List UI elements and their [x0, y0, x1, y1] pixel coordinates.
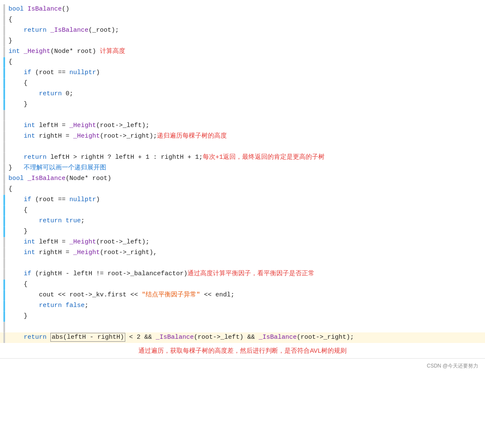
line-content: } 不理解可以画一个递归展开图	[8, 163, 482, 173]
code-token-nm: (root->_right);	[297, 334, 354, 341]
code-token-nm	[8, 122, 24, 129]
line-content: int rightH = _Height(root->_right),	[8, 248, 482, 258]
code-line: {	[0, 15, 485, 25]
line-content	[8, 322, 482, 332]
code-token-nm: (root->_right),	[100, 249, 157, 256]
code-token-nm: ;	[85, 302, 88, 309]
code-line: if (root == nullptr)	[0, 68, 485, 78]
code-token-kw: return	[24, 27, 47, 34]
line-indicator	[3, 57, 5, 68]
code-token-nm: (root ==	[31, 69, 69, 76]
code-container: bool IsBalance(){ return _IsBalance(_roo…	[0, 0, 485, 378]
code-token-nm	[8, 249, 24, 256]
code-token-nm	[8, 154, 24, 161]
code-line: int rightH = _Height(root->_right),	[0, 248, 485, 258]
line-indicator	[3, 237, 5, 248]
code-token-nm: << endl;	[200, 291, 234, 299]
line-content: }	[8, 100, 482, 110]
line-indicator	[3, 15, 5, 25]
code-token-nm: }	[8, 101, 28, 108]
code-token-nm	[8, 334, 24, 341]
code-line	[0, 142, 485, 152]
code-token-kw: return	[24, 334, 47, 341]
code-token-nm	[8, 270, 24, 277]
code-token-cmr: 每次+1返回，最终返回的肯定是更高的子树	[203, 154, 325, 161]
code-token-nm	[24, 175, 28, 182]
code-line: return false;	[0, 301, 485, 311]
code-token-cmb: 不理解可以画一个递归展开图	[24, 164, 106, 171]
line-content	[8, 110, 482, 120]
line-indicator	[3, 121, 5, 131]
code-line	[0, 110, 485, 121]
code-token-nm: leftH =	[35, 122, 69, 129]
bottom-comment: 通过遍历，获取每棵子树的高度差，然后进行判断，是否符合AVL树的规则	[0, 343, 485, 358]
code-token-nm: rightH =	[35, 133, 73, 140]
line-content: if (root == nullptr)	[8, 68, 482, 78]
code-line: cout << root->_kv.first << "结点平衡因子异常" <<…	[0, 290, 485, 301]
code-token-nm	[47, 334, 50, 341]
line-indicator	[3, 4, 5, 15]
code-token-nm: {	[8, 58, 12, 66]
code-line: }	[0, 227, 485, 237]
code-token-nm: (root->_left);	[96, 122, 149, 129]
code-line: return _IsBalance(_root);	[0, 25, 485, 36]
code-line: return leftH > rightH ? leftH + 1 : righ…	[0, 152, 485, 163]
line-content: {	[8, 78, 482, 88]
line-content: if (rightH - leftH != root->_balancefact…	[8, 269, 482, 279]
line-content: if (root == nullptr)	[8, 195, 482, 205]
line-content: {	[8, 279, 482, 290]
code-token-nm: {	[8, 16, 12, 23]
code-token-nm: leftH =	[35, 238, 69, 246]
code-line: int _Height(Node* root) 计算高度	[0, 47, 485, 57]
line-content: {	[8, 57, 482, 67]
line-content	[8, 258, 482, 268]
footer-bar: CSDN @今天还要努力	[0, 358, 485, 373]
code-token-fn: _IsBalance	[156, 334, 194, 341]
code-token-nm: (Node* root)	[66, 175, 111, 182]
line-indicator	[3, 36, 5, 47]
code-token-nm	[8, 27, 24, 34]
line-content: {	[8, 184, 482, 194]
line-indicator	[3, 322, 5, 332]
line-indicator	[3, 311, 5, 322]
code-token-nm	[47, 27, 50, 34]
code-token-nm: (root->_left);	[96, 238, 149, 246]
code-line: return 0;	[0, 89, 485, 100]
code-token-kw: return	[39, 302, 62, 309]
code-token-fn: _Height	[69, 238, 96, 246]
line-content: bool IsBalance()	[8, 4, 482, 14]
code-line: }	[0, 311, 485, 322]
code-token-kw: int	[24, 249, 35, 256]
line-content: return 0;	[8, 89, 482, 99]
line-indicator	[3, 47, 5, 57]
line-indicator	[3, 279, 5, 290]
code-token-nm: }	[8, 37, 12, 44]
code-token-nm	[8, 69, 24, 76]
line-content: int _Height(Node* root) 计算高度	[8, 47, 482, 57]
line-content: }	[8, 36, 482, 46]
code-token-fn: _IsBalance	[28, 175, 66, 182]
highlighted-code: abs(leftH - rightH)	[50, 333, 125, 342]
line-indicator	[3, 68, 5, 78]
line-content: return false;	[8, 301, 482, 311]
code-token-fn: _Height	[73, 249, 100, 256]
line-content: return true;	[8, 216, 482, 226]
line-indicator	[3, 290, 5, 301]
line-indicator	[3, 248, 5, 258]
code-token-nm: }	[8, 312, 28, 320]
line-indicator	[3, 25, 5, 36]
line-indicator	[3, 163, 5, 174]
line-content	[8, 142, 482, 152]
code-line: int leftH = _Height(root->_left);	[0, 121, 485, 131]
code-token-nm: cout << root->_kv.first <<	[8, 291, 142, 299]
code-token-kw: int	[24, 133, 35, 140]
code-token-kw: return	[39, 90, 62, 97]
code-token-nm: )	[96, 196, 100, 203]
code-token-kw: bool	[8, 175, 24, 182]
line-content: bool _IsBalance(Node* root)	[8, 174, 482, 184]
code-token-nm	[62, 302, 66, 309]
code-token-fn: IsBalance	[28, 6, 62, 13]
line-indicator	[3, 184, 5, 195]
code-line: return abs(leftH - rightH) < 2 && _IsBal…	[0, 332, 485, 343]
code-token-nm	[24, 6, 28, 13]
